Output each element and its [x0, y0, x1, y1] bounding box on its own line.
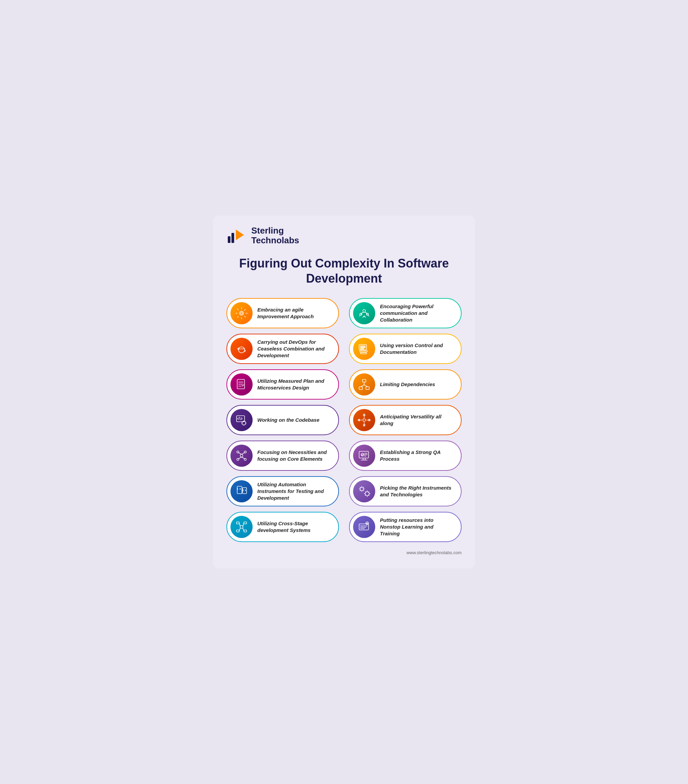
svg-rect-60	[237, 530, 239, 532]
page-container: Sterling Technolabs Figuring Out Complex…	[213, 216, 475, 568]
card-learning: Putting resources into Nonstop Learning …	[349, 512, 462, 542]
label-cross-stage: Utilizing Cross-Stage development System…	[257, 520, 332, 534]
svg-marker-36	[369, 419, 370, 421]
svg-text:DEVOPS: DEVOPS	[238, 348, 245, 350]
svg-rect-54	[237, 486, 242, 494]
footer: www.sterlingtechnolabs.com	[226, 550, 462, 555]
svg-point-3	[240, 311, 244, 315]
svg-rect-58	[237, 522, 239, 524]
icon-version-control	[353, 338, 375, 360]
label-agile: Embracing an agile Improvement Approach	[257, 306, 332, 320]
svg-marker-2	[236, 229, 244, 240]
logo-text: Sterling Technolabs	[251, 226, 299, 245]
label-microservices: Utilizing Measured Plan and Microservice…	[257, 378, 332, 392]
svg-marker-34	[358, 419, 359, 421]
label-core-elements: Focusing on Necessities and focusing on …	[257, 449, 332, 463]
items-grid: Embracing an agile Improvement ApproachE…	[226, 298, 462, 542]
card-collaboration: Encouraging Powerful communication and C…	[349, 298, 462, 328]
svg-rect-1	[232, 233, 234, 243]
svg-rect-11	[360, 346, 365, 346]
card-microservices: Utilizing Measured Plan and Microservice…	[226, 369, 339, 400]
card-devops: DEVOPSCarrying out DevOps for Ceaseless …	[226, 334, 339, 364]
svg-line-43	[242, 453, 245, 455]
svg-marker-30	[363, 414, 365, 415]
card-codebase: Working on the Codebase	[226, 405, 339, 435]
card-version-control: Using version Control and Documentation	[349, 334, 462, 364]
svg-rect-62	[240, 525, 243, 528]
icon-codebase	[230, 409, 253, 431]
svg-line-44	[239, 457, 242, 459]
svg-rect-15	[360, 352, 367, 354]
svg-line-65	[239, 528, 240, 531]
svg-line-66	[243, 528, 244, 531]
footer-url: www.sterlingtechnolabs.com	[407, 550, 462, 555]
label-learning: Putting resources into Nonstop Learning …	[380, 517, 454, 537]
logo-icon	[226, 226, 247, 245]
icon-dependencies	[353, 373, 375, 395]
label-version-control: Using version Control and Documentation	[380, 342, 454, 356]
svg-rect-0	[228, 236, 230, 243]
icon-agile	[230, 302, 253, 324]
icon-instruments	[353, 480, 375, 502]
svg-point-28	[363, 419, 365, 422]
icon-devops: DEVOPS	[230, 338, 253, 360]
label-automation: Utilizing Automation Instruments for Tes…	[257, 481, 332, 502]
svg-line-45	[242, 457, 245, 459]
card-instruments: Picking the Right Instruments and Techno…	[349, 476, 462, 506]
label-versatility: Anticipating Versatility all along	[380, 413, 454, 427]
svg-point-4	[240, 312, 242, 314]
svg-line-63	[239, 523, 240, 526]
svg-marker-32	[363, 425, 365, 427]
label-instruments: Picking the Right Instruments and Techno…	[380, 484, 454, 498]
card-automation: Utilizing Automation Instruments for Tes…	[226, 476, 339, 506]
svg-rect-20	[362, 379, 366, 382]
svg-point-5	[363, 310, 365, 312]
card-qa: Establishing a Strong QA Process	[349, 441, 462, 471]
label-codebase: Working on the Codebase	[257, 417, 319, 423]
icon-cross-stage	[230, 516, 253, 538]
brand-name-line2: Technolabs	[251, 236, 299, 245]
svg-rect-59	[244, 522, 247, 524]
icon-versatility	[353, 409, 375, 431]
card-versatility: Anticipating Versatility all along	[349, 405, 462, 435]
label-collaboration: Encouraging Powerful communication and C…	[380, 303, 454, 324]
label-dependencies: Limiting Dependencies	[380, 381, 435, 388]
icon-automation	[230, 480, 253, 502]
svg-rect-13	[360, 349, 364, 349]
icon-learning	[353, 516, 375, 538]
svg-rect-61	[244, 530, 247, 532]
icon-collaboration	[353, 302, 375, 324]
card-cross-stage: Utilizing Cross-Stage development System…	[226, 512, 339, 542]
svg-line-25	[364, 385, 367, 387]
svg-line-64	[243, 523, 244, 526]
svg-rect-12	[360, 347, 365, 348]
svg-line-24	[361, 385, 364, 387]
svg-rect-14	[360, 351, 367, 352]
card-agile: Embracing an agile Improvement Approach	[226, 298, 339, 328]
label-qa: Establishing a Strong QA Process	[380, 449, 454, 463]
icon-qa	[353, 445, 375, 467]
icon-microservices	[230, 373, 253, 395]
card-dependencies: Limiting Dependencies	[349, 369, 462, 400]
svg-rect-22	[366, 387, 369, 389]
svg-line-42	[239, 453, 242, 455]
header: Sterling Technolabs	[226, 226, 462, 245]
card-core-elements: Focusing on Necessities and focusing on …	[226, 441, 339, 471]
brand-name-line1: Sterling	[251, 226, 299, 236]
main-title: Figuring Out Complexity In Software Deve…	[226, 256, 462, 286]
label-devops: Carrying out DevOps for Ceaseless Combin…	[257, 339, 332, 359]
icon-core-elements	[230, 445, 253, 467]
svg-rect-21	[359, 387, 362, 389]
svg-point-37	[240, 455, 243, 457]
